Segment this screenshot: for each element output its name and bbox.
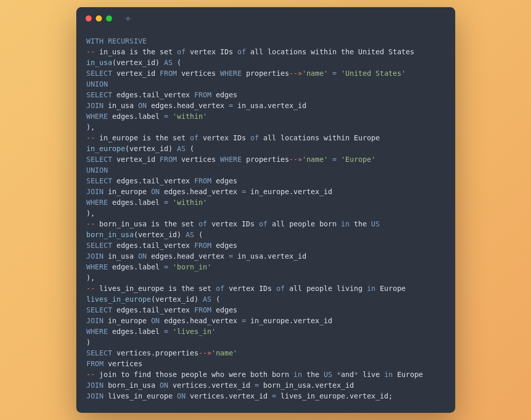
code-line: ),	[87, 208, 445, 219]
code-line: UNION	[87, 165, 445, 176]
code-line: JOIN born_in_usa ON vertices.vertex_id =…	[87, 380, 445, 391]
code-line: -- in_europe is the set of vertex IDs of…	[87, 133, 445, 143]
code-line: JOIN in_europe ON edges.head_vertex = in…	[87, 186, 445, 197]
close-icon[interactable]	[86, 15, 92, 22]
maximize-icon[interactable]	[106, 15, 112, 22]
code-line: WHERE edges.label = 'born_in'	[87, 262, 445, 272]
code-line: -- lives_in_europe is the set of vertex …	[87, 283, 445, 294]
code-line: WHERE edges.label = 'within'	[87, 111, 445, 122]
traffic-lights	[86, 15, 112, 22]
code-line: in_usa(vertex_id) AS (	[87, 57, 445, 68]
code-line: SELECT edges.tail_vertex FROM edges	[87, 90, 445, 100]
code-line: SELECT edges.tail_vertex FROM edges	[87, 305, 445, 316]
new-tab-button[interactable]: +	[125, 14, 131, 23]
code-line: -- join to find those people who were bo…	[87, 369, 445, 380]
code-line: SELECT edges.tail_vertex FROM edges	[87, 176, 445, 186]
code-line: ),	[87, 122, 445, 133]
code-line: lives_in_europe(vertex_id) AS (	[87, 294, 445, 305]
code-line: -- born_in_usa is the set of vertex IDs …	[87, 219, 445, 229]
code-line: WHERE edges.label = 'within'	[87, 197, 445, 208]
code-line: JOIN in_europe ON edges.head_vertex = in…	[87, 316, 445, 326]
code-line: JOIN in_usa ON edges.head_vertex = in_us…	[87, 251, 445, 262]
code-line: born_in_usa(vertex_id) AS (	[87, 229, 445, 240]
minimize-icon[interactable]	[96, 15, 102, 22]
code-line: SELECT vertex_id FROM vertices WHERE pro…	[87, 68, 445, 79]
code-line: SELECT edges.tail_vertex FROM edges	[87, 240, 445, 251]
code-line: SELECT vertices.properties--»'name'	[87, 348, 445, 359]
code-line: )	[87, 337, 445, 348]
code-line: JOIN lives_in_europe ON vertices.vertex_…	[87, 391, 445, 402]
code-line: WITH RECURSIVE	[87, 36, 445, 47]
code-line: in_europe(vertex_id) AS (	[87, 143, 445, 154]
code-line: FROM vertices	[87, 359, 445, 369]
code-window: + WITH RECURSIVE-- in_usa is the set of …	[76, 7, 455, 413]
code-line: -- in_usa is the set of vertex IDs of al…	[87, 47, 445, 57]
code-line: UNION	[87, 79, 445, 90]
code-editor[interactable]: WITH RECURSIVE-- in_usa is the set of ve…	[76, 30, 455, 413]
code-line: SELECT vertex_id FROM vertices WHERE pro…	[87, 154, 445, 165]
titlebar: +	[76, 7, 455, 30]
code-line: ),	[87, 272, 445, 283]
code-line: WHERE edges.label = 'lives_in'	[87, 326, 445, 337]
code-line: JOIN in_usa ON edges.head_vertex = in_us…	[87, 100, 445, 111]
